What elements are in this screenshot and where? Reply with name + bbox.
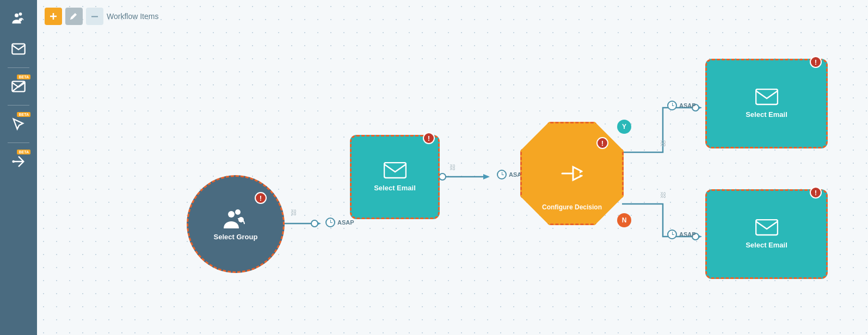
svg-marker-15: [695, 105, 702, 110]
svg-rect-27: [756, 89, 778, 104]
plus-icon: [49, 12, 58, 21]
node-email-2[interactable]: ! Select Email: [705, 59, 828, 148]
cursor-beta-icon: [11, 116, 26, 132]
error-badge-email1: !: [423, 132, 435, 144]
svg-point-10: [311, 220, 318, 227]
beta-badge-3: BETA: [17, 150, 30, 154]
svg-text:⛓: ⛓: [291, 209, 297, 216]
clock-icon-4: [667, 229, 677, 239]
beta-badge-1: BETA: [17, 75, 30, 79]
svg-marker-12: [483, 174, 490, 179]
email1-icon: [384, 162, 407, 179]
connections-svg: ⛓ ⛓ ⛓ ⛓: [37, 0, 868, 335]
sidebar-divider-2: [8, 105, 29, 106]
edit-icon: [70, 12, 78, 21]
svg-point-13: [439, 173, 446, 180]
svg-text:⛓: ⛓: [660, 191, 667, 199]
yes-badge: Y: [617, 120, 631, 134]
email2-node-label: Select Email: [746, 110, 787, 119]
svg-point-1: [19, 13, 22, 16]
svg-point-21: [228, 211, 235, 218]
email3-node-label: Select Email: [746, 241, 787, 249]
node-email-1[interactable]: ! Select Email: [350, 135, 440, 219]
app-container: BETA BETA BETA: [0, 0, 868, 335]
clock-icon-3: [667, 101, 677, 110]
svg-line-5: [12, 82, 24, 92]
email2-icon: [755, 89, 778, 106]
svg-point-6: [12, 160, 15, 163]
svg-text:⛓: ⛓: [660, 140, 667, 147]
edit-button[interactable]: [65, 8, 83, 25]
sidebar: BETA BETA BETA: [0, 0, 37, 335]
sidebar-item-cursor-beta[interactable]: BETA: [4, 110, 33, 138]
clock-icon-2: [497, 170, 507, 179]
error-badge-decision: !: [596, 137, 608, 149]
sidebar-item-split-beta[interactable]: BETA: [4, 147, 33, 176]
decision-icon: [558, 159, 586, 188]
minus-icon: [91, 16, 99, 17]
beta-badge-2: BETA: [17, 112, 30, 117]
email1-node-label: Select Email: [374, 184, 416, 192]
canvas-area: Workflow Items ⛓ ⛓ ⛓ ⛓: [37, 0, 868, 335]
svg-rect-24: [384, 163, 406, 178]
svg-marker-8: [315, 221, 321, 226]
collapse-button[interactable]: [86, 8, 103, 25]
node-decision[interactable]: ! Y N Configure Decision: [520, 122, 624, 225]
group-icon: [11, 11, 26, 26]
group-node-icon: [223, 208, 249, 228]
decision-node-label: Configure Decision: [520, 203, 624, 211]
toolbar: Workflow Items: [45, 8, 158, 25]
toolbar-title: Workflow Items: [107, 12, 158, 21]
asap-label-3: ASAP: [667, 101, 696, 110]
split-beta-icon: [11, 154, 26, 169]
sidebar-divider-3: [8, 142, 29, 143]
asap-label-4: ASAP: [667, 229, 696, 239]
error-badge-email3: !: [810, 187, 822, 198]
svg-point-22: [235, 209, 241, 215]
sidebar-item-email[interactable]: [4, 35, 33, 63]
email-icon: [11, 41, 26, 57]
svg-point-0: [15, 14, 19, 17]
node-group[interactable]: ! Select Group: [187, 175, 285, 273]
error-badge-group: !: [255, 192, 267, 204]
group-node-label: Select Group: [214, 233, 258, 241]
sidebar-divider-1: [8, 67, 29, 68]
email-beta-icon: [11, 79, 26, 94]
sidebar-item-email-beta[interactable]: BETA: [4, 72, 33, 101]
sidebar-item-group[interactable]: [4, 4, 33, 33]
svg-rect-28: [756, 220, 778, 235]
node-email-3[interactable]: ! Select Email: [705, 189, 828, 279]
svg-marker-17: [695, 234, 702, 239]
clock-icon-1: [325, 218, 335, 227]
error-badge-email2: !: [810, 56, 822, 68]
no-badge: N: [617, 213, 631, 227]
email3-icon: [755, 219, 778, 237]
svg-text:⛓: ⛓: [450, 164, 456, 171]
add-button[interactable]: [45, 8, 62, 25]
